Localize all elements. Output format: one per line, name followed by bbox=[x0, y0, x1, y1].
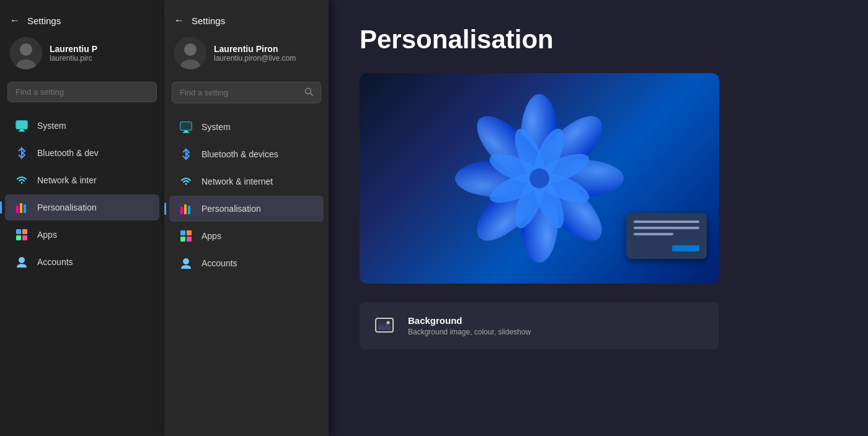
middle-nav-personalisation[interactable]: Personalisation bbox=[169, 196, 324, 222]
left-bluetooth-icon bbox=[15, 146, 29, 160]
middle-nav-apps[interactable]: Apps bbox=[169, 223, 324, 249]
svg-point-16 bbox=[184, 43, 197, 56]
left-nav-personalisation[interactable]: Personalisation bbox=[5, 194, 159, 220]
svg-rect-24 bbox=[180, 207, 183, 214]
middle-bluetooth-label: Bluetooth & devices bbox=[202, 149, 278, 159]
middle-nav-accounts[interactable]: Accounts bbox=[169, 250, 324, 276]
middle-avatar-image bbox=[174, 37, 206, 69]
wallpaper-preview-card bbox=[360, 73, 719, 284]
middle-user-info: Laurentiu Piron laurentiu.piron@live.com bbox=[214, 44, 296, 63]
dialog-line-2 bbox=[634, 227, 699, 229]
left-search-box[interactable] bbox=[7, 82, 157, 102]
left-user-name: Laurentiu P bbox=[50, 44, 97, 54]
svg-point-31 bbox=[183, 258, 189, 264]
middle-user-name: Laurentiu Piron bbox=[214, 44, 296, 54]
middle-system-label: System bbox=[202, 122, 231, 132]
svg-rect-30 bbox=[187, 237, 192, 242]
middle-accounts-label: Accounts bbox=[202, 258, 237, 268]
background-description: Background image, colour, slideshow bbox=[408, 328, 531, 336]
middle-apps-label: Apps bbox=[202, 231, 221, 241]
middle-user-email: laurentiu.piron@live.com bbox=[214, 54, 296, 63]
left-apps-label: Apps bbox=[37, 230, 57, 240]
svg-rect-27 bbox=[180, 230, 185, 235]
dialog-overlay bbox=[626, 213, 707, 259]
dialog-line-3 bbox=[634, 233, 673, 235]
search-icon bbox=[304, 87, 313, 98]
dialog-button bbox=[672, 245, 699, 251]
svg-point-14 bbox=[19, 257, 25, 263]
middle-avatar bbox=[174, 37, 206, 69]
svg-rect-3 bbox=[16, 121, 27, 129]
left-accounts-icon bbox=[15, 255, 29, 269]
middle-nav-network[interactable]: Network & internet bbox=[169, 168, 324, 194]
middle-profile-area: Laurentiu Piron laurentiu.piron@live.com bbox=[164, 31, 329, 82]
page-title: Personalisation bbox=[360, 25, 837, 54]
svg-rect-5 bbox=[20, 129, 24, 131]
left-profile-area: Laurentiu P laurentiu.pirc bbox=[0, 31, 164, 82]
svg-rect-8 bbox=[20, 203, 22, 213]
bloom-svg bbox=[440, 79, 639, 277]
svg-rect-6 bbox=[19, 131, 25, 132]
middle-network-label: Network & internet bbox=[202, 177, 273, 186]
middle-settings-title: Settings bbox=[192, 15, 225, 26]
left-search-input[interactable] bbox=[16, 87, 149, 97]
svg-rect-28 bbox=[187, 230, 192, 235]
middle-bluetooth-icon bbox=[179, 147, 193, 161]
sidebar-middle: ← Settings Laurentiu Piron laurentiu.pir… bbox=[164, 0, 329, 436]
middle-search-box[interactable] bbox=[172, 82, 321, 103]
left-personalisation-label: Personalisation bbox=[37, 203, 97, 212]
svg-rect-25 bbox=[184, 204, 187, 214]
svg-point-51 bbox=[387, 321, 390, 325]
svg-rect-29 bbox=[180, 237, 185, 242]
svg-point-48 bbox=[529, 168, 549, 188]
svg-line-19 bbox=[311, 94, 313, 96]
svg-rect-7 bbox=[16, 206, 19, 213]
left-accounts-label: Accounts bbox=[37, 257, 73, 267]
left-system-icon bbox=[15, 119, 29, 133]
left-nav-system[interactable]: System bbox=[5, 113, 159, 139]
middle-nav-bluetooth[interactable]: Bluetooth & devices bbox=[169, 141, 324, 167]
middle-apps-icon bbox=[179, 229, 193, 243]
left-nav-accounts[interactable]: Accounts bbox=[5, 249, 159, 275]
middle-network-icon bbox=[179, 175, 193, 188]
svg-rect-21 bbox=[180, 122, 192, 130]
middle-system-icon bbox=[179, 120, 193, 134]
svg-rect-10 bbox=[16, 229, 21, 234]
left-personalisation-icon bbox=[15, 201, 29, 214]
background-section-text: Background Background image, colour, sli… bbox=[408, 315, 531, 336]
background-icon bbox=[372, 313, 397, 338]
left-nav-network[interactable]: Network & inter bbox=[5, 167, 159, 193]
middle-nav-system[interactable]: System bbox=[169, 114, 324, 140]
background-section-item[interactable]: Background Background image, colour, sli… bbox=[360, 302, 719, 349]
svg-rect-26 bbox=[188, 206, 190, 214]
left-avatar-image bbox=[10, 37, 42, 69]
left-nav-apps[interactable]: Apps bbox=[5, 222, 159, 248]
left-back-button[interactable]: ← bbox=[10, 15, 20, 26]
svg-rect-13 bbox=[22, 235, 27, 240]
middle-back-button[interactable]: ← bbox=[174, 15, 184, 26]
left-network-icon bbox=[15, 173, 29, 187]
left-network-label: Network & inter bbox=[37, 175, 97, 185]
middle-personalisation-icon bbox=[179, 202, 193, 216]
svg-rect-12 bbox=[16, 235, 21, 240]
left-user-email: laurentiu.pirc bbox=[50, 54, 97, 63]
left-system-label: System bbox=[37, 121, 66, 131]
dialog-line-1 bbox=[634, 220, 699, 223]
background-label: Background bbox=[408, 315, 531, 326]
middle-personalisation-label: Personalisation bbox=[202, 204, 261, 214]
middle-search-input[interactable] bbox=[180, 88, 299, 97]
left-header: ← Settings bbox=[0, 7, 164, 31]
left-avatar bbox=[10, 37, 42, 69]
svg-rect-23 bbox=[183, 132, 189, 133]
svg-point-1 bbox=[20, 43, 32, 56]
svg-rect-22 bbox=[184, 131, 188, 132]
left-settings-title: Settings bbox=[27, 15, 61, 26]
left-apps-icon bbox=[15, 228, 29, 242]
sidebar-left: ← Settings Laurentiu P laurentiu.pirc Sy… bbox=[0, 0, 164, 436]
middle-accounts-icon bbox=[179, 256, 193, 270]
left-nav-bluetooth[interactable]: Bluetooth & dev bbox=[5, 140, 159, 166]
wallpaper-background bbox=[360, 73, 719, 284]
svg-rect-11 bbox=[22, 229, 27, 234]
middle-header: ← Settings bbox=[164, 7, 329, 31]
left-bluetooth-label: Bluetooth & dev bbox=[37, 148, 99, 158]
